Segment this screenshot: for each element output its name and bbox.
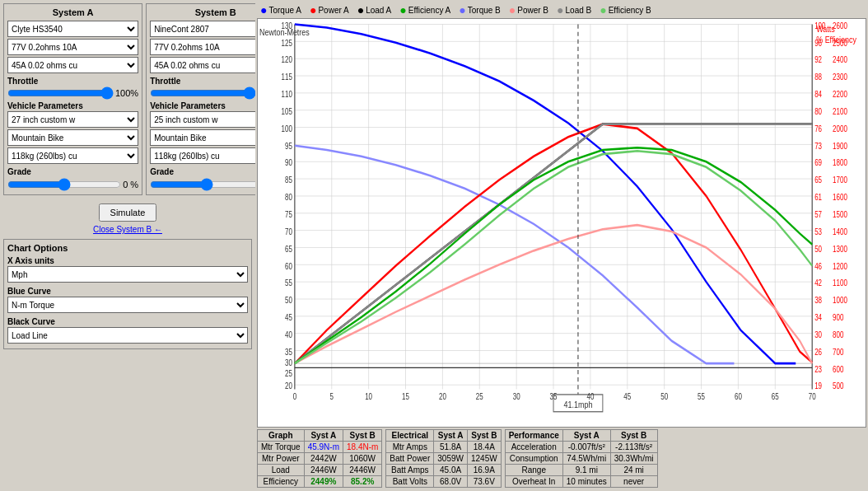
- table-row: Mtr Amps 51.8A 18.4A: [386, 442, 501, 453]
- table-row: Load 2446W 2446W: [258, 465, 382, 476]
- svg-text:2600: 2600: [833, 21, 847, 30]
- x-axis-select[interactable]: Mph Km/h: [7, 266, 248, 283]
- system-a-motor-select[interactable]: Clyte HS3540: [7, 21, 138, 37]
- svg-text:55: 55: [285, 278, 292, 288]
- system-a-vehicle-label: Vehicle Parameters: [7, 101, 138, 110]
- svg-text:53: 53: [814, 227, 822, 236]
- svg-text:90: 90: [285, 158, 292, 167]
- svg-text:19: 19: [814, 381, 822, 390]
- chart-options-panel: Chart Options X Axis units Mph Km/h Blue…: [3, 239, 252, 349]
- svg-text:1700: 1700: [833, 175, 847, 185]
- table-row: Batt Amps 45.0A 16.9A: [386, 465, 501, 476]
- svg-text:30: 30: [814, 330, 822, 339]
- system-a-title: System A: [7, 7, 138, 17]
- system-a-wheel-select[interactable]: 27 inch custom w: [7, 111, 138, 128]
- svg-text:30: 30: [285, 358, 292, 367]
- simulate-button[interactable]: Simulate: [99, 203, 157, 222]
- table-row: Mtr Power 2442W 1060W: [258, 453, 382, 465]
- blue-curve-label: Blue Curve: [7, 287, 248, 296]
- legend-load-a: ● Load A: [357, 3, 392, 16]
- svg-text:30: 30: [513, 392, 520, 401]
- black-curve-select[interactable]: Load Line: [7, 327, 248, 344]
- table-row: Batt Volts 68.0V 73.6V: [386, 476, 501, 488]
- svg-text:25: 25: [285, 369, 292, 378]
- system-a-throttle-slider[interactable]: [7, 87, 114, 100]
- system-a-throttle-label: Throttle: [7, 77, 138, 86]
- legend-efficiency-a: ● Efficiency A: [399, 3, 450, 16]
- svg-text:1900: 1900: [833, 142, 847, 151]
- svg-text:35: 35: [550, 392, 558, 401]
- svg-text:50: 50: [814, 245, 822, 254]
- svg-text:73: 73: [814, 142, 822, 151]
- svg-text:1600: 1600: [833, 193, 847, 202]
- svg-text:45: 45: [285, 313, 292, 322]
- svg-text:2300: 2300: [833, 72, 847, 82]
- legend-power-b: ● Power B: [509, 3, 548, 16]
- svg-text:1200: 1200: [833, 262, 847, 271]
- svg-text:50: 50: [285, 296, 292, 305]
- svg-text:84: 84: [814, 90, 822, 99]
- electrical-col-label: Electrical: [386, 430, 434, 442]
- svg-text:10: 10: [365, 392, 372, 401]
- svg-text:1800: 1800: [833, 158, 847, 167]
- svg-text:130: 130: [282, 21, 292, 30]
- svg-text:45: 45: [623, 392, 631, 401]
- system-a-grade-slider[interactable]: [7, 178, 121, 191]
- svg-text:800: 800: [833, 330, 843, 339]
- chart-options-title: Chart Options: [7, 243, 248, 253]
- table-row: Mtr Torque 45.9N-m 18.4N-m: [258, 442, 382, 453]
- svg-text:75: 75: [285, 210, 292, 219]
- blue-curve-select[interactable]: N-m Torque: [7, 297, 248, 313]
- svg-text:20: 20: [439, 392, 446, 401]
- svg-text:55: 55: [698, 392, 705, 401]
- close-system-link[interactable]: Close System B ←: [3, 225, 252, 234]
- svg-text:46: 46: [814, 262, 822, 271]
- legend-torque-a: ● Torque A: [260, 3, 301, 16]
- table-row: Range 9.1 mi 24 mi: [505, 465, 657, 476]
- system-a-battery-select[interactable]: 77V 0.2ohms 10A: [7, 39, 138, 55]
- svg-text:42: 42: [814, 278, 822, 288]
- svg-text:61: 61: [814, 193, 822, 202]
- svg-text:26: 26: [814, 348, 822, 357]
- svg-text:600: 600: [833, 365, 843, 374]
- svg-text:25: 25: [476, 392, 483, 401]
- svg-text:1300: 1300: [833, 245, 847, 254]
- svg-text:76: 76: [814, 124, 822, 133]
- svg-text:34: 34: [814, 313, 822, 322]
- table-row: Batt Power 3059W 1245W: [386, 453, 501, 465]
- table-row: Efficiency 2449% 85.2%: [258, 476, 382, 488]
- electrical-col-a: Syst A: [434, 430, 468, 442]
- system-b-throttle-slider[interactable]: [150, 87, 256, 100]
- svg-text:69: 69: [814, 158, 822, 167]
- electrical-table: Electrical Syst A Syst B Mtr Amps 51.8A …: [385, 429, 501, 488]
- svg-text:60: 60: [285, 262, 292, 271]
- system-a-controller-select[interactable]: 45A 0.02 ohms cu: [7, 57, 138, 73]
- system-a-weight-select[interactable]: 118kg (260lbs) cu: [7, 147, 138, 164]
- svg-text:700: 700: [833, 348, 843, 357]
- svg-text:60: 60: [735, 392, 742, 401]
- x-axis-label: X Axis units: [7, 256, 248, 265]
- svg-text:85: 85: [285, 175, 292, 185]
- system-a-panel: System A Clyte HS3540 77V 0.2ohms 10A 45…: [3, 3, 142, 195]
- svg-rect-0: [258, 19, 866, 427]
- svg-text:0: 0: [293, 392, 296, 401]
- system-a-grade-value: 0 %: [123, 180, 138, 189]
- graph-table: Graph Syst A Syst B Mtr Torque 45.9N-m 1…: [257, 429, 382, 488]
- svg-text:20: 20: [285, 381, 292, 390]
- svg-text:70: 70: [809, 392, 816, 401]
- legend-load-b: ● Load B: [557, 3, 591, 16]
- svg-text:2100: 2100: [833, 107, 847, 116]
- svg-text:80: 80: [814, 107, 822, 116]
- svg-text:95: 95: [285, 142, 292, 151]
- black-curve-label: Black Curve: [7, 317, 248, 326]
- system-b-grade-slider[interactable]: [150, 178, 264, 191]
- system-a-bike-select[interactable]: Mountain Bike: [7, 129, 138, 146]
- svg-text:80: 80: [285, 193, 292, 202]
- svg-text:40: 40: [285, 330, 292, 339]
- svg-text:50: 50: [660, 392, 668, 401]
- performance-col-b: Syst B: [610, 430, 657, 442]
- table-row: Consumption 74.5Wh/mi 30.3Wh/mi: [505, 453, 657, 465]
- svg-text:1000: 1000: [833, 296, 847, 305]
- chart-legend: ● Torque A ● Power A ● Load A ● Efficien…: [257, 2, 866, 18]
- svg-text:100: 100: [282, 124, 292, 133]
